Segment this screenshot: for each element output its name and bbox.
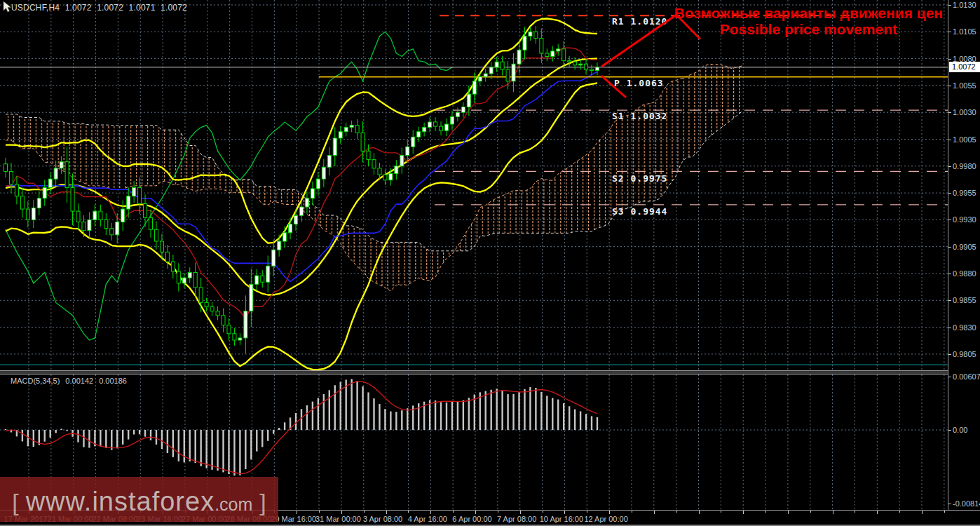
time-tick-mark bbox=[810, 511, 811, 513]
time-axis-label: 3 Apr 08:00 bbox=[363, 515, 402, 523]
time-tick-mark bbox=[721, 511, 721, 513]
axis-tick-mark bbox=[948, 86, 951, 86]
time-tick-mark bbox=[654, 511, 655, 514]
macd-tick-label: 0.00 bbox=[953, 426, 967, 434]
symbol-timeframe: USDCHF,H4 bbox=[11, 3, 60, 13]
time-tick-mark bbox=[877, 511, 878, 514]
time-tick-mark bbox=[341, 511, 342, 514]
axis-tick-mark bbox=[948, 5, 951, 6]
price-tick-label: 1.0055 bbox=[953, 81, 976, 90]
axis-tick-mark bbox=[948, 328, 951, 328]
chart-title: USDCHF,H4 1.0072 1.0072 1.0071 1.0072 bbox=[11, 3, 190, 13]
watermark-host: www.instaforex bbox=[26, 487, 215, 517]
price-tick-label: 0.9880 bbox=[953, 269, 976, 278]
axis-tick-mark bbox=[948, 377, 951, 377]
ohlc-high: 1.0072 bbox=[97, 3, 123, 13]
time-tick-mark bbox=[609, 511, 610, 514]
time-axis-label: 7 Apr 08:00 bbox=[497, 515, 536, 523]
time-tick-mark bbox=[699, 511, 700, 514]
time-tick-mark bbox=[498, 511, 498, 513]
axis-tick-mark bbox=[948, 274, 951, 274]
axis-tick-mark bbox=[948, 140, 951, 140]
time-tick-mark bbox=[453, 511, 454, 513]
time-tick-mark bbox=[743, 511, 744, 514]
axis-tick-mark bbox=[948, 193, 951, 194]
time-tick-mark bbox=[899, 511, 900, 513]
analyst-annotation: Возможные варианты движения цен Possible… bbox=[674, 5, 943, 37]
axis-tick-mark bbox=[948, 32, 951, 32]
pivot-label: P 1.0063 bbox=[614, 78, 664, 88]
axis-tick-mark bbox=[948, 166, 951, 167]
mt4-chart-window: R1 1.0120P 1.0063S1 1.0032S2 0.9975S3 0.… bbox=[0, 0, 980, 526]
macd-value-main: 0.00142 bbox=[65, 377, 93, 385]
time-tick-mark bbox=[297, 511, 297, 514]
time-tick-mark bbox=[564, 511, 565, 514]
price-tick-label: 1.0105 bbox=[953, 27, 976, 36]
pivot-label: R1 1.0120 bbox=[612, 16, 667, 27]
price-tick-label: 0.9805 bbox=[953, 350, 976, 358]
time-tick-mark bbox=[543, 511, 543, 513]
time-tick-mark bbox=[364, 511, 365, 513]
price-tick-label: 0.9905 bbox=[953, 243, 976, 251]
axis-tick-mark bbox=[948, 430, 951, 431]
time-axis-label: 10 Apr 16:00 bbox=[540, 515, 583, 523]
time-tick-mark bbox=[944, 511, 945, 513]
price-tick-label: 0.9855 bbox=[953, 296, 976, 304]
macd-indicator-name: MACD(5,34,5) bbox=[11, 377, 60, 385]
time-axis-label: 6 Apr 00:00 bbox=[452, 515, 491, 523]
pivot-label: S3 0.9944 bbox=[612, 206, 667, 217]
time-tick-mark bbox=[765, 511, 766, 513]
axis-tick-mark bbox=[948, 354, 951, 355]
time-tick-mark bbox=[833, 511, 833, 514]
axis-tick-mark bbox=[948, 220, 951, 220]
macd-label: MACD(5,34,5) 0.00142 0.00186 bbox=[11, 377, 130, 385]
macd-tick-label: 0.00607 bbox=[953, 372, 980, 381]
axis-tick-mark bbox=[948, 504, 951, 504]
panel-separator[interactable] bbox=[0, 370, 980, 375]
price-tick-label: 1.0005 bbox=[953, 135, 976, 144]
axis-tick-mark bbox=[948, 300, 951, 301]
price-tick-label: 0.9955 bbox=[953, 189, 976, 197]
watermark-open-bracket: [ bbox=[12, 489, 18, 516]
time-tick-mark bbox=[922, 511, 923, 514]
pivot-label: S2 0.9975 bbox=[612, 173, 667, 184]
time-tick-mark bbox=[587, 511, 587, 513]
price-tick-label: 0.9930 bbox=[953, 215, 976, 224]
candles-layer bbox=[4, 26, 599, 353]
time-tick-mark bbox=[520, 511, 521, 514]
cursor-arrow-icon bbox=[1, 1, 13, 13]
price-tick-label: 0.9980 bbox=[953, 162, 976, 170]
annotation-line-ru: Возможные варианты движения цен bbox=[674, 5, 943, 21]
macd-tick-label: -0.00814 bbox=[953, 499, 980, 508]
ohlc-low: 1.0071 bbox=[129, 3, 156, 13]
watermark-tld: .com bbox=[215, 494, 252, 515]
broker-watermark: [ www.instaforex .com ] bbox=[0, 477, 278, 522]
axis-tick-mark bbox=[948, 59, 951, 60]
macd-value-signal: 0.00186 bbox=[99, 377, 127, 385]
price-axis[interactable]: 1.01301.01051.00801.00551.00301.00050.99… bbox=[948, 0, 980, 526]
price-chart-area[interactable]: R1 1.0120P 1.0063S1 1.0032S2 0.9975S3 0.… bbox=[0, 0, 948, 370]
time-axis-label: 12 Apr 00:00 bbox=[584, 515, 627, 523]
axis-tick-mark bbox=[948, 112, 951, 113]
time-axis-label: 4 Apr 16:00 bbox=[408, 515, 447, 523]
time-tick-mark bbox=[632, 511, 632, 513]
time-tick-mark bbox=[408, 511, 409, 513]
ohlc-open: 1.0072 bbox=[65, 3, 92, 13]
time-tick-mark bbox=[430, 511, 431, 514]
macd-histogram bbox=[5, 379, 598, 476]
time-tick-mark bbox=[855, 511, 855, 513]
price-tick-label: 1.0130 bbox=[953, 1, 976, 9]
axis-tick-mark bbox=[948, 247, 951, 248]
time-tick-mark bbox=[788, 511, 789, 514]
pivot-label: S1 1.0032 bbox=[612, 111, 667, 121]
current-price-box: 1.0072 bbox=[949, 62, 980, 72]
time-axis-label: 31 Mar 00:00 bbox=[315, 515, 361, 523]
ohlc-close: 1.0072 bbox=[161, 3, 187, 13]
time-tick-mark bbox=[319, 511, 320, 513]
time-tick-mark bbox=[676, 511, 677, 513]
watermark-close-bracket: ] bbox=[259, 489, 266, 516]
price-tick-label: 0.9830 bbox=[953, 323, 976, 332]
time-tick-mark bbox=[475, 511, 476, 514]
price-tick-label: 1.0030 bbox=[953, 108, 976, 116]
annotation-line-en: Possible price movement bbox=[674, 21, 943, 37]
